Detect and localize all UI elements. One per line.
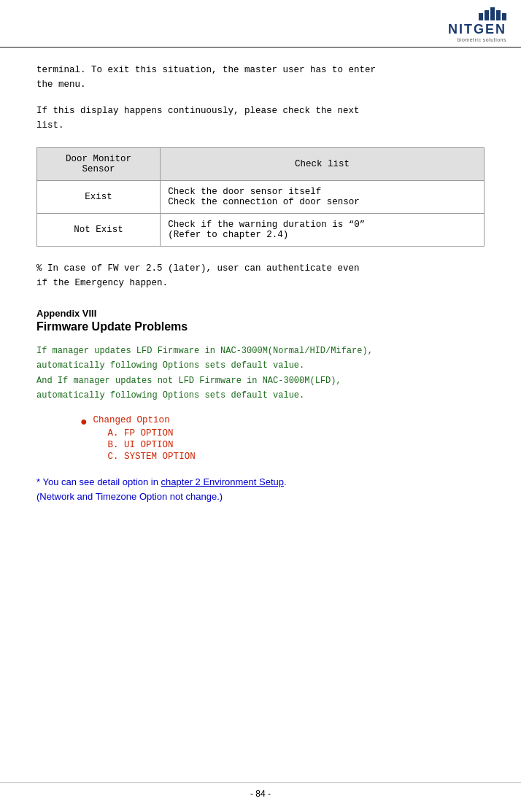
page-number: - 84 - bbox=[250, 789, 271, 799]
logo-bar-5 bbox=[502, 13, 506, 20]
bullet-list: ● Changed Option A. FP OPTION B. UI OPTI… bbox=[80, 415, 485, 463]
table-row: Not Exist Check if the warning duration … bbox=[37, 214, 485, 247]
logo-name: NITGEN bbox=[448, 22, 506, 37]
table-cell-notexist: Not Exist bbox=[37, 214, 161, 247]
sensor-table: Door Monitor Sensor Check list Exist Che… bbox=[36, 147, 485, 247]
logo-bar-1 bbox=[479, 13, 483, 20]
sub-options-list: A. FP OPTION B. UI OPTION C. SYSTEM OPTI… bbox=[108, 428, 196, 462]
table-cell-exist-check: Check the door sensor itself Check the c… bbox=[161, 181, 485, 214]
table-row: Exist Check the door sensor itself Check… bbox=[37, 181, 485, 214]
note-paragraph: % In case of FW ver 2.5 (later), user ca… bbox=[36, 261, 485, 290]
logo-bar-4 bbox=[496, 10, 501, 20]
header: NITGEN biometric solutions bbox=[0, 0, 521, 48]
table-header-col2: Check list bbox=[161, 148, 485, 181]
main-content: terminal. To exit this situation, the ma… bbox=[0, 48, 521, 541]
table-cell-exist: Exist bbox=[37, 181, 161, 214]
logo-area: NITGEN biometric solutions bbox=[448, 7, 506, 42]
logo-bar-3 bbox=[490, 7, 495, 20]
notice-extra: (Network and Timezone Option not change.… bbox=[36, 491, 223, 502]
page-container: NITGEN biometric solutions terminal. To … bbox=[0, 0, 521, 812]
logo-bar-2 bbox=[485, 10, 489, 20]
bullet-item-changed-option: ● Changed Option A. FP OPTION B. UI OPTI… bbox=[80, 415, 485, 463]
code-paragraph: If manager updates LFD Firmware in NAC-3… bbox=[36, 344, 485, 403]
appendix-label: Appendix VIII bbox=[36, 308, 485, 319]
bullet-dot-icon: ● bbox=[80, 415, 88, 430]
notice-prefix: * You can see detail option in bbox=[36, 476, 161, 487]
page-footer: - 84 - bbox=[0, 782, 521, 799]
logo-subtitle: biometric solutions bbox=[458, 37, 506, 42]
sub-option-ui: B. UI OPTION bbox=[108, 440, 196, 450]
notice-paragraph: * You can see detail option in chapter 2… bbox=[36, 475, 485, 506]
table-header-col1: Door Monitor Sensor bbox=[37, 148, 161, 181]
table-cell-notexist-check: Check if the warning duration is “0” (Re… bbox=[161, 214, 485, 247]
paragraph-2: If this display happens continuously, pl… bbox=[36, 104, 485, 133]
notice-link: chapter 2 Environment Setup bbox=[161, 476, 284, 487]
paragraph-1: terminal. To exit this situation, the ma… bbox=[36, 63, 485, 92]
notice-suffix: . bbox=[284, 476, 287, 487]
appendix-title: Firmware Update Problems bbox=[36, 320, 485, 333]
logo-bars-icon bbox=[479, 7, 506, 20]
sub-option-system: C. SYSTEM OPTION bbox=[108, 452, 196, 462]
sub-option-fp: A. FP OPTION bbox=[108, 428, 196, 438]
bullet-main-text: Changed Option bbox=[93, 415, 170, 425]
